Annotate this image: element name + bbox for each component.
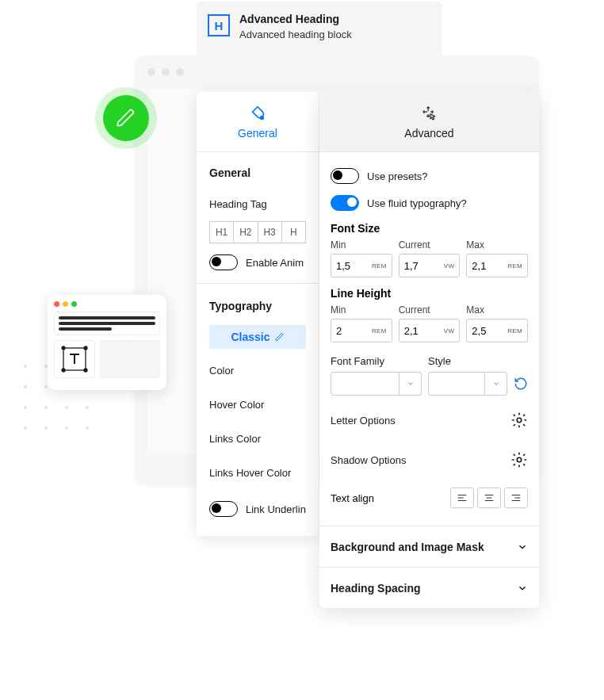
heading-tag-group: H1 H2 H3 H	[197, 221, 319, 243]
chevron-down-icon	[407, 380, 415, 388]
text-align-label: Text align	[331, 492, 374, 504]
gear-icon	[510, 411, 528, 429]
typography-section-title: Typography	[197, 285, 319, 320]
svg-point-7	[517, 457, 522, 462]
chevron-down-icon	[492, 380, 500, 388]
chevron-down-icon	[517, 541, 528, 553]
color-row[interactable]: Color	[197, 354, 319, 388]
heading-tag-label: Heading Tag	[197, 187, 319, 221]
tab-advanced-label: Advanced	[404, 127, 453, 140]
lh-min-label: Min	[331, 304, 392, 316]
line-height-title: Line Height	[331, 287, 528, 300]
tab-general-label: General	[238, 127, 277, 140]
mini-empty-slot	[100, 340, 160, 378]
fs-max-input[interactable]: 2,1REM	[466, 254, 528, 277]
use-presets-label: Use presets?	[367, 170, 428, 182]
gear-icon	[510, 451, 528, 469]
link-underline-toggle[interactable]	[209, 501, 238, 517]
mini-paragraph-lines	[54, 312, 160, 335]
advanced-panel: Advanced Use presets? Use fluid typograp…	[319, 92, 539, 608]
mini-editor-card	[48, 295, 166, 390]
block-title: Advanced Heading	[239, 13, 352, 25]
block-subtitle: Advanced heading block	[239, 29, 352, 40]
align-right-icon	[510, 492, 522, 503]
background-mask-section[interactable]: Background and Image Mask	[319, 526, 539, 567]
pencil-icon	[116, 108, 136, 128]
general-section-title: General	[197, 152, 319, 187]
reset-icon	[514, 377, 528, 391]
text-block-icon	[54, 340, 95, 378]
svg-point-4	[84, 369, 87, 372]
lh-max-label: Max	[466, 304, 528, 316]
links-hover-color-row[interactable]: Links Hover Color	[197, 456, 319, 490]
font-size-title: Font Size	[331, 222, 528, 235]
tab-general[interactable]: General	[197, 92, 319, 152]
enable-animation-label: Enable Anim	[246, 257, 304, 269]
font-family-label: Font Family	[331, 355, 422, 367]
fs-max-label: Max	[466, 239, 528, 251]
use-presets-toggle[interactable]	[331, 168, 359, 184]
style-label: Style	[428, 355, 507, 367]
svg-point-1	[62, 346, 65, 350]
svg-point-3	[62, 369, 65, 372]
heading-tag-h3[interactable]: H3	[258, 221, 282, 243]
svg-point-2	[84, 346, 87, 350]
paint-drop-icon	[249, 105, 266, 122]
heading-tag-h1[interactable]: H1	[209, 221, 234, 243]
align-center-button[interactable]	[477, 488, 501, 508]
align-left-button[interactable]	[450, 488, 474, 508]
chevron-down-icon	[517, 583, 528, 594]
align-left-icon	[457, 492, 468, 503]
use-fluid-label: Use fluid typography?	[367, 197, 467, 209]
font-family-select[interactable]	[331, 372, 422, 396]
pencil-small-icon	[275, 332, 285, 342]
fs-current-input[interactable]: 1,7VW	[399, 254, 461, 277]
heading-tag-h4[interactable]: H	[281, 221, 306, 243]
links-color-row[interactable]: Links Color	[197, 422, 319, 456]
general-panel: General General Heading Tag H1 H2 H3 H E…	[197, 92, 319, 536]
fs-min-label: Min	[331, 239, 392, 251]
shadow-options-button[interactable]	[510, 451, 528, 469]
move-cursor-icon	[421, 105, 438, 122]
align-right-button[interactable]	[504, 488, 528, 508]
lh-current-input[interactable]: 2,1VW	[399, 319, 461, 342]
lh-current-label: Current	[399, 304, 461, 316]
letter-options-button[interactable]	[510, 411, 528, 429]
reset-button[interactable]	[514, 377, 528, 391]
classic-label: Classic	[231, 331, 270, 343]
letter-options-label: Letter Options	[331, 415, 396, 427]
fs-min-input[interactable]: 1,5REM	[331, 254, 392, 277]
classic-style-button[interactable]: Classic	[209, 325, 306, 349]
use-fluid-toggle[interactable]	[331, 195, 359, 211]
link-underline-label: Link Underlin	[246, 503, 306, 515]
edit-fab[interactable]	[103, 95, 149, 141]
heading-tag-h2[interactable]: H2	[233, 221, 258, 243]
align-center-icon	[484, 492, 495, 503]
background-mask-label: Background and Image Mask	[331, 541, 484, 553]
heading-spacing-label: Heading Spacing	[331, 582, 421, 595]
heading-block-icon: H	[208, 14, 230, 36]
shadow-options-label: Shadow Options	[331, 454, 406, 466]
fs-current-label: Current	[399, 239, 461, 251]
svg-point-5	[261, 116, 264, 119]
tab-advanced[interactable]: Advanced	[319, 92, 539, 152]
block-header: H Advanced Heading Advanced heading bloc…	[197, 2, 442, 73]
style-select[interactable]	[428, 372, 507, 396]
mini-window-dots	[54, 301, 160, 307]
lh-min-input[interactable]: 2REM	[331, 319, 392, 342]
enable-animation-toggle[interactable]	[209, 254, 238, 270]
hover-color-row[interactable]: Hover Color	[197, 388, 319, 422]
svg-point-6	[517, 418, 522, 423]
heading-spacing-section[interactable]: Heading Spacing	[319, 567, 539, 608]
lh-max-input[interactable]: 2,5REM	[466, 319, 528, 342]
